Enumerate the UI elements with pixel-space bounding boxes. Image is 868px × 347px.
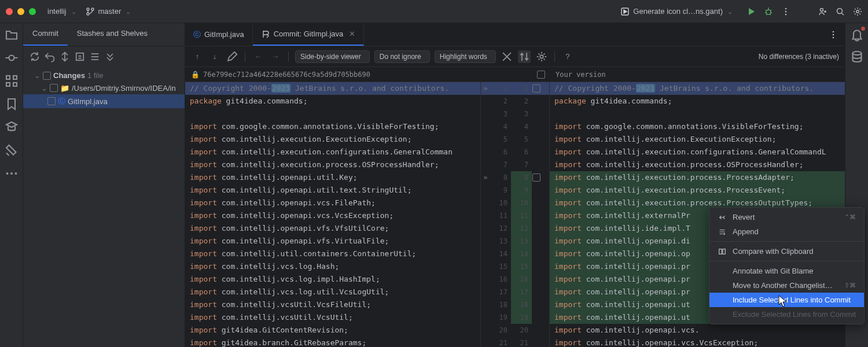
checkbox[interactable]	[43, 72, 51, 80]
code-line[interactable]: import com.google.common.annotations.Vis…	[185, 120, 480, 133]
checkbox[interactable]	[47, 97, 56, 105]
search-button[interactable]	[836, 7, 845, 16]
code-line[interactable]: import com.intellij.openapi.vcs.VcsExcep…	[185, 209, 480, 222]
viewer-mode-select[interactable]: Side-by-side viewer	[295, 50, 370, 63]
editor-tab-diff[interactable]: Commit: GitImpl.java ✕	[253, 23, 365, 46]
context-menu-item[interactable]: Compare with Clipboard	[709, 244, 864, 259]
database-button[interactable]	[850, 50, 864, 64]
code-line[interactable]: import com.intellij.vcsUtil.VcsFileUtil;	[185, 298, 480, 311]
bookmarks-tool-button[interactable]	[5, 97, 19, 111]
prev-diff-file-button[interactable]: ↑	[191, 50, 204, 63]
left-line-number: 10	[490, 197, 511, 209]
code-line[interactable]: import com.intellij.execution.configurat…	[185, 146, 480, 158]
code-line[interactable]: import com.intellij.openapi.vcs.FilePath…	[185, 197, 480, 209]
code-line[interactable]: import com.intellij.execution.process.Pr…	[550, 184, 845, 197]
learn-tool-button[interactable]	[5, 120, 19, 134]
code-line[interactable]: import com.intellij.execution.process.OS…	[550, 158, 845, 171]
help-button[interactable]: ?	[561, 50, 574, 63]
build-tool-button[interactable]	[5, 143, 19, 157]
maximize-window-button[interactable]	[29, 8, 36, 15]
changes-path[interactable]: ⌄ 📁 /Users/Dmitriy.Smirnov/IDEA/in	[23, 82, 185, 94]
code-with-me-button[interactable]	[818, 7, 827, 16]
changes-root[interactable]: ⌄ Changes 1 file	[23, 69, 185, 82]
settings-button[interactable]	[853, 7, 862, 16]
notifications-button[interactable]	[850, 28, 864, 42]
include-change-checkbox[interactable]	[532, 84, 540, 93]
code-line[interactable]: import com.intellij.util.containers.Cont…	[185, 248, 480, 260]
edit-source-button[interactable]	[226, 50, 238, 63]
commit-tool-button[interactable]	[5, 51, 19, 65]
structure-tool-button[interactable]	[5, 74, 19, 88]
context-menu-item[interactable]: Revert⌃⌘	[709, 210, 864, 224]
code-line[interactable]	[550, 108, 845, 120]
context-menu-item[interactable]: Annotate with Git Blame	[709, 264, 864, 278]
code-line[interactable]: import com.intellij.execution.ExecutionE…	[185, 133, 480, 146]
code-line[interactable]: import com.intellij.vcs.log.impl.HashImp…	[185, 273, 480, 286]
diff-button[interactable]	[59, 51, 71, 62]
folder-tool-button[interactable]	[5, 28, 19, 42]
code-line[interactable]: import com.intellij.execution.configurat…	[550, 146, 845, 158]
code-line[interactable]: import com.intellij.execution.ExecutionE…	[550, 133, 845, 146]
code-line[interactable]: import com.intellij.openapi.vfs.VfsUtilC…	[185, 222, 480, 235]
context-menu-item[interactable]: Move to Another Changelist…⇧⌘	[709, 278, 864, 293]
run-configuration-selector[interactable]: Generate icon cl…ns.gant)	[615, 5, 738, 18]
highlight-select[interactable]: Highlight words	[435, 50, 496, 63]
tab-more-button[interactable]	[829, 30, 838, 39]
code-line[interactable]: import com.intellij.openapi.util.text.St…	[185, 184, 480, 197]
code-line[interactable]: // Copyright 2000-2023 JetBrains s.r.o. …	[185, 82, 480, 95]
expand-diff-icon[interactable]: »	[481, 82, 490, 95]
context-menu-item[interactable]: Include Selected Lines into Commit	[709, 293, 864, 307]
tab-commit[interactable]: Commit	[23, 23, 68, 46]
next-diff-file-button[interactable]: ↓	[208, 50, 221, 63]
vcs-branch-selector[interactable]: master	[86, 7, 131, 16]
code-line[interactable]: import com.google.common.annotations.Vis…	[550, 120, 845, 133]
code-line[interactable]: package git4idea.commands;	[550, 95, 845, 108]
more-tool-button[interactable]	[5, 167, 19, 180]
include-all-checkbox[interactable]	[537, 71, 545, 79]
tab-stashes[interactable]: Stashes and Shelves	[68, 23, 157, 46]
expand-button[interactable]	[104, 51, 116, 62]
code-line[interactable]: import com.intellij.vcs.log.Hash;	[185, 260, 480, 273]
more-actions-button[interactable]	[781, 7, 790, 16]
code-line[interactable]: // Copyright 2000-2021 JetBrains s.r.o. …	[550, 82, 845, 95]
editor-tab-file[interactable]: ⓒ GitImpl.java	[185, 23, 253, 46]
close-window-button[interactable]	[6, 8, 13, 15]
changes-file[interactable]: ⓒ GitImpl.java	[23, 94, 185, 108]
run-button[interactable]	[746, 7, 756, 16]
checkbox[interactable]	[50, 84, 58, 92]
whitespace-select[interactable]: Do not ignore	[374, 50, 430, 63]
code-line[interactable]: import com.intellij.openapi.util.Key;	[185, 171, 480, 184]
code-line[interactable]: import com.intellij.vcsUtil.VcsUtil;	[185, 311, 480, 324]
code-line[interactable]: import com.intellij.execution.process.OS…	[185, 158, 480, 171]
debug-button[interactable]	[764, 7, 773, 16]
diff-left-pane[interactable]: // Copyright 2000-2023 JetBrains s.r.o. …	[185, 82, 480, 347]
right-line-number: 9	[511, 184, 532, 197]
diff-icon	[261, 29, 270, 39]
minimize-window-button[interactable]	[17, 8, 24, 15]
project-selector[interactable]: intellij	[47, 7, 76, 16]
code-line[interactable]: import com.intellij.execution.process.Pr…	[550, 171, 845, 184]
shortcut-label: ⌃⌘	[844, 213, 856, 221]
folder-icon: 📁	[60, 83, 69, 93]
changelist-button[interactable]	[74, 51, 86, 62]
code-line[interactable]: import com.intellij.openapi.vcs.VcsExcep…	[550, 337, 845, 347]
collapse-button[interactable]	[501, 50, 513, 63]
code-line[interactable]	[185, 108, 480, 120]
close-tab-button[interactable]: ✕	[349, 29, 355, 38]
code-line[interactable]: import com.intellij.vcs.log.util.VcsLogU…	[185, 286, 480, 298]
code-line[interactable]: package git4idea.commands;	[185, 95, 480, 108]
include-change-checkbox[interactable]	[532, 174, 540, 182]
refresh-button[interactable]	[29, 51, 41, 62]
code-line[interactable]: import com.intellij.openapi.vfs.VirtualF…	[185, 235, 480, 248]
context-menu-item[interactable]: Append	[709, 224, 864, 239]
code-line[interactable]: import git4idea.branch.GitRebaseParams;	[185, 337, 480, 347]
back-button[interactable]: ←	[252, 50, 264, 63]
sync-scroll-button[interactable]	[518, 50, 531, 63]
code-line[interactable]: import com.intellij.openapi.vcs.	[550, 324, 845, 337]
code-line[interactable]: import git4idea.GitContentRevision;	[185, 324, 480, 337]
diff-settings-button[interactable]	[535, 50, 548, 63]
rollback-button[interactable]	[44, 51, 56, 62]
expand-diff-icon[interactable]: »	[481, 171, 490, 184]
forward-button[interactable]: →	[269, 50, 282, 63]
group-button[interactable]	[89, 51, 101, 62]
